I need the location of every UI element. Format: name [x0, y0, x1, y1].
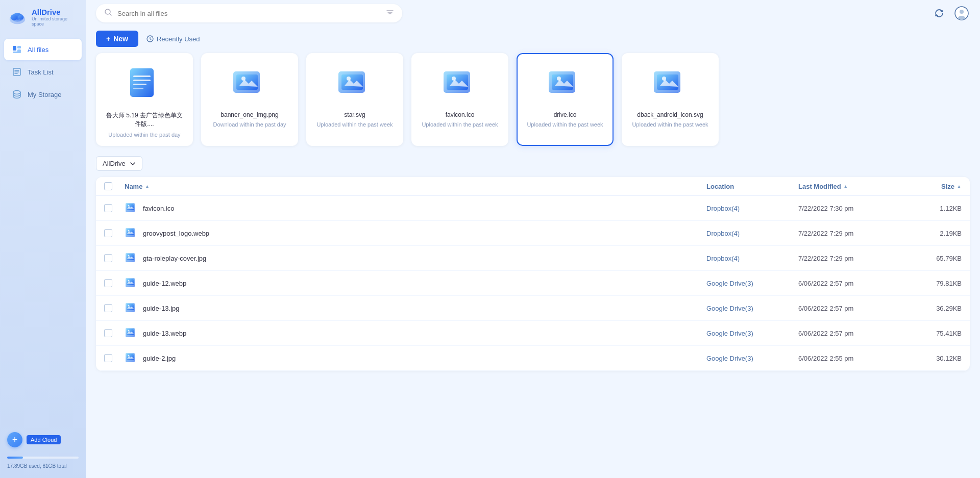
recent-file-card[interactable]: star.svg Uploaded within the past week [306, 53, 403, 146]
file-date: Uploaded within the past week [527, 121, 603, 128]
sidebar: AllDrive Unlimited storage space All fil… [0, 0, 86, 478]
svg-point-59 [128, 255, 130, 257]
file-row-icon [125, 276, 139, 290]
table-row[interactable]: guide-2.jpg Google Drive(3) 6/06/2022 2:… [96, 346, 970, 371]
file-row-icon [125, 301, 139, 315]
file-date: Uploaded within the past week [422, 121, 498, 128]
row-location: Google Drive(3) [706, 280, 753, 287]
row-location: Google Drive(3) [706, 355, 753, 362]
row-modified-cell: 6/06/2022 2:55 pm [798, 355, 900, 362]
app-name: AllDrive [32, 8, 79, 16]
row-checkbox[interactable] [104, 279, 112, 287]
sidebar-nav: All files Task List [0, 34, 86, 427]
svg-point-75 [128, 355, 130, 357]
content-area: + New Recently Used [86, 27, 980, 478]
row-size: 75.41KB [936, 330, 962, 337]
sidebar-item-task-list[interactable]: Task List [4, 61, 82, 83]
row-modified: 6/06/2022 2:57 pm [798, 305, 853, 312]
row-checkbox[interactable] [104, 229, 112, 237]
row-size: 30.12KB [936, 355, 962, 362]
svg-rect-23 [130, 68, 154, 97]
row-size: 36.29KB [936, 305, 962, 312]
svg-point-13 [13, 91, 20, 94]
row-location-cell: Google Drive(3) [706, 280, 798, 287]
row-modified: 7/22/2022 7:30 pm [798, 205, 853, 212]
user-avatar[interactable] [953, 5, 970, 21]
svg-rect-27 [133, 88, 143, 89]
row-checkbox-cell [104, 354, 125, 362]
add-cloud-button[interactable]: + [7, 432, 22, 447]
table-row[interactable]: guide-12.webp Google Drive(3) 6/06/2022 … [96, 271, 970, 296]
row-checkbox-cell [104, 279, 125, 287]
task-list-icon [11, 66, 22, 78]
select-all-checkbox[interactable] [104, 182, 112, 190]
row-checkbox[interactable] [104, 354, 112, 362]
refresh-button[interactable] [931, 5, 947, 21]
filter-bar: AllDrive [96, 156, 970, 171]
file-thumbnail [650, 64, 691, 105]
checkbox-header [104, 182, 125, 190]
row-size-cell: 2.19KB [900, 230, 962, 237]
new-button[interactable]: + New [96, 31, 138, 47]
row-location-cell: Google Drive(3) [706, 355, 798, 362]
row-checkbox-cell [104, 254, 125, 262]
svg-point-3 [11, 14, 17, 20]
file-row-icon [125, 201, 139, 215]
file-name: dback_android_icon.svg [637, 111, 703, 118]
row-location: Google Drive(3) [706, 330, 753, 337]
recent-file-card[interactable]: dback_android_icon.svg Uploaded within t… [622, 53, 719, 146]
logo: AllDrive Unlimited storage space [0, 0, 86, 34]
row-location: Dropbox(4) [706, 205, 740, 212]
recent-file-card[interactable]: drive.ico Uploaded within the past week [517, 53, 614, 146]
search-input[interactable] [117, 10, 381, 17]
sidebar-item-my-storage[interactable]: My Storage [4, 84, 82, 105]
sidebar-item-label: My Storage [28, 91, 61, 98]
row-name-cell: favicon.ico [125, 201, 706, 215]
svg-rect-8 [17, 49, 21, 52]
search-bar[interactable] [96, 4, 402, 22]
add-cloud-section: + Add Cloud [0, 427, 86, 452]
row-name-cell: guide-12.webp [125, 276, 706, 290]
row-modified-cell: 6/06/2022 2:57 pm [798, 305, 900, 312]
row-size-cell: 79.81KB [900, 280, 962, 287]
recent-file-card[interactable]: banner_one_img.png Download within the p… [201, 53, 298, 146]
recent-file-card[interactable]: 鲁大师 5.19 去广告绿色单文件版.... Uploaded within t… [96, 53, 193, 146]
file-date: Uploaded within the past week [632, 121, 708, 128]
name-header[interactable]: Name ▲ [125, 182, 706, 190]
row-location-cell: Dropbox(4) [706, 205, 798, 212]
row-modified: 7/22/2022 7:29 pm [798, 255, 853, 262]
row-checkbox[interactable] [104, 329, 112, 337]
row-name-cell: gta-roleplay-cover.jpg [125, 251, 706, 265]
table-row[interactable]: guide-13.webp Google Drive(3) 6/06/2022 … [96, 321, 970, 346]
svg-point-35 [347, 77, 351, 81]
modified-header[interactable]: Last Modified ▲ [798, 182, 900, 190]
table-row[interactable]: favicon.ico Dropbox(4) 7/22/2022 7:30 pm… [96, 196, 970, 221]
sidebar-item-all-files[interactable]: All files [4, 39, 82, 60]
file-table: Name ▲ Location Last Modified ▲ Size ▲ [96, 177, 970, 371]
row-location-cell: Dropbox(4) [706, 230, 798, 237]
recent-file-card[interactable]: favicon.ico Uploaded within the past wee… [411, 53, 508, 146]
svg-point-4 [18, 15, 23, 20]
row-location: Google Drive(3) [706, 305, 753, 312]
row-location-cell: Google Drive(3) [706, 305, 798, 312]
row-modified: 7/22/2022 7:29 pm [798, 230, 853, 237]
location-header[interactable]: Location [706, 182, 798, 190]
svg-rect-24 [133, 76, 151, 77]
table-row[interactable]: gta-roleplay-cover.jpg Dropbox(4) 7/22/2… [96, 246, 970, 271]
row-checkbox-cell [104, 204, 125, 212]
app-tagline: Unlimited storage space [32, 16, 79, 27]
table-row[interactable]: groovypost_logo.webp Dropbox(4) 7/22/202… [96, 221, 970, 246]
row-checkbox[interactable] [104, 254, 112, 262]
table-row[interactable]: guide-13.jpg Google Drive(3) 6/06/2022 2… [96, 296, 970, 321]
row-size-cell: 36.29KB [900, 305, 962, 312]
row-name: gta-roleplay-cover.jpg [143, 255, 206, 262]
size-header[interactable]: Size ▲ [900, 182, 962, 190]
row-modified: 6/06/2022 2:57 pm [798, 280, 853, 287]
row-location: Dropbox(4) [706, 230, 740, 237]
row-checkbox[interactable] [104, 204, 112, 212]
file-thumbnail [545, 64, 585, 105]
row-modified-cell: 6/06/2022 2:57 pm [798, 280, 900, 287]
row-checkbox[interactable] [104, 304, 112, 312]
file-thumbnail [229, 64, 270, 105]
filter-select[interactable]: AllDrive [96, 156, 142, 171]
